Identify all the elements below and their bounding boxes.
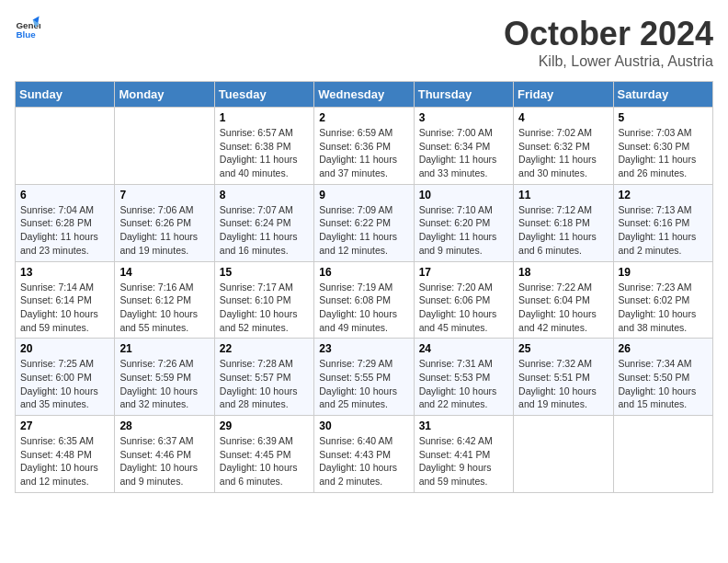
sunset-text: Sunset: 5:59 PM [119,371,209,385]
daylight-text: Daylight: 11 hours and 6 minutes. [518,230,608,257]
day-info: Sunrise: 6:57 AMSunset: 6:38 PMDaylight:… [220,126,309,180]
calendar-cell [613,416,712,493]
daylight-text: Daylight: 11 hours and 30 minutes. [518,153,608,179]
daylight-text: Daylight: 10 hours and 42 minutes. [518,307,608,334]
sunset-text: Sunset: 4:45 PM [220,448,309,462]
daylight-text: Daylight: 11 hours and 9 minutes. [419,230,508,257]
sunrise-text: Sunrise: 7:13 AM [619,203,708,217]
day-info: Sunrise: 6:59 AMSunset: 6:36 PMDaylight:… [319,126,408,180]
week-row-4: 20Sunrise: 7:25 AMSunset: 6:00 PMDayligh… [16,339,713,416]
calendar-cell: 31Sunrise: 6:42 AMSunset: 4:41 PMDayligh… [414,416,513,493]
logo-icon: General Blue [15,15,40,40]
calendar-cell: 2Sunrise: 6:59 AMSunset: 6:36 PMDaylight… [314,108,414,185]
daylight-text: Daylight: 10 hours and 28 minutes. [220,385,309,411]
sunset-text: Sunset: 6:14 PM [20,293,109,307]
calendar-cell: 5Sunrise: 7:03 AMSunset: 6:30 PMDaylight… [613,108,712,185]
calendar-cell: 21Sunrise: 7:26 AMSunset: 5:59 PMDayligh… [115,339,214,416]
week-row-1: 1Sunrise: 6:57 AMSunset: 6:38 PMDaylight… [16,108,713,185]
calendar-cell: 20Sunrise: 7:25 AMSunset: 6:00 PMDayligh… [16,339,115,416]
sunset-text: Sunset: 6:02 PM [619,293,708,307]
sunrise-text: Sunrise: 7:07 AM [220,203,309,217]
sunrise-text: Sunrise: 7:32 AM [518,357,608,371]
sunset-text: Sunset: 5:57 PM [220,371,309,385]
sunset-text: Sunset: 6:18 PM [518,216,608,230]
day-number: 13 [20,266,109,279]
daylight-text: Daylight: 10 hours and 9 minutes. [119,461,209,488]
day-number: 8 [220,189,309,201]
calendar-cell: 12Sunrise: 7:13 AMSunset: 6:16 PMDayligh… [613,184,712,261]
sunrise-text: Sunrise: 7:23 AM [619,281,708,294]
daylight-text: Daylight: 10 hours and 19 minutes. [518,385,608,411]
col-tuesday: Tuesday [214,82,313,108]
sunrise-text: Sunrise: 7:00 AM [419,126,508,140]
sunrise-text: Sunrise: 6:39 AM [220,434,309,448]
week-row-5: 27Sunrise: 6:35 AMSunset: 4:48 PMDayligh… [16,416,713,493]
daylight-text: Daylight: 11 hours and 12 minutes. [319,230,408,257]
sunset-text: Sunset: 6:30 PM [619,140,708,154]
sunrise-text: Sunrise: 7:02 AM [518,126,608,140]
daylight-text: Daylight: 10 hours and 6 minutes. [220,461,309,488]
daylight-text: Daylight: 10 hours and 22 minutes. [419,385,508,411]
day-info: Sunrise: 7:02 AMSunset: 6:32 PMDaylight:… [518,126,608,180]
sunset-text: Sunset: 6:16 PM [619,216,708,230]
calendar-cell: 29Sunrise: 6:39 AMSunset: 4:45 PMDayligh… [214,416,313,493]
col-saturday: Saturday [613,82,712,108]
location-subtitle: Kilb, Lower Austria, Austria [504,53,713,70]
sunrise-text: Sunrise: 7:06 AM [119,203,209,217]
daylight-text: Daylight: 10 hours and 49 minutes. [319,307,408,334]
day-number: 16 [319,266,408,279]
daylight-text: Daylight: 9 hours and 59 minutes. [419,461,508,488]
day-info: Sunrise: 7:07 AMSunset: 6:24 PMDaylight:… [220,203,309,258]
sunrise-text: Sunrise: 6:40 AM [319,434,408,448]
sunrise-text: Sunrise: 7:34 AM [619,357,708,371]
sunset-text: Sunset: 6:20 PM [419,216,508,230]
daylight-text: Daylight: 11 hours and 33 minutes. [419,153,508,179]
daylight-text: Daylight: 10 hours and 32 minutes. [119,385,209,411]
col-thursday: Thursday [414,82,513,108]
calendar-header-row: Sunday Monday Tuesday Wednesday Thursday… [16,82,713,108]
sunrise-text: Sunrise: 7:04 AM [20,203,109,217]
day-info: Sunrise: 7:28 AMSunset: 5:57 PMDaylight:… [220,357,309,411]
sunset-text: Sunset: 6:04 PM [518,293,608,307]
day-number: 24 [419,342,508,355]
daylight-text: Daylight: 10 hours and 59 minutes. [20,307,109,334]
day-number: 22 [220,342,309,355]
daylight-text: Daylight: 11 hours and 19 minutes. [119,230,209,257]
day-number: 5 [619,111,708,124]
calendar-cell: 27Sunrise: 6:35 AMSunset: 4:48 PMDayligh… [16,416,115,493]
calendar-cell: 10Sunrise: 7:10 AMSunset: 6:20 PMDayligh… [414,184,513,261]
sunrise-text: Sunrise: 7:26 AM [119,357,209,371]
day-number: 31 [419,419,508,432]
sunset-text: Sunset: 6:22 PM [319,216,408,230]
daylight-text: Daylight: 10 hours and 55 minutes. [119,307,209,334]
day-number: 11 [518,189,608,201]
daylight-text: Daylight: 11 hours and 23 minutes. [20,230,109,257]
calendar-cell [514,416,613,493]
day-number: 14 [119,266,209,279]
sunset-text: Sunset: 6:00 PM [20,371,109,385]
day-info: Sunrise: 7:31 AMSunset: 5:53 PMDaylight:… [419,357,508,411]
day-info: Sunrise: 7:25 AMSunset: 6:00 PMDaylight:… [20,357,109,411]
calendar-cell: 22Sunrise: 7:28 AMSunset: 5:57 PMDayligh… [214,339,313,416]
day-number: 19 [619,266,708,279]
day-number: 6 [20,189,109,201]
calendar-cell: 28Sunrise: 6:37 AMSunset: 4:46 PMDayligh… [115,416,214,493]
day-number: 18 [518,266,608,279]
calendar-cell: 24Sunrise: 7:31 AMSunset: 5:53 PMDayligh… [414,339,513,416]
calendar-cell: 11Sunrise: 7:12 AMSunset: 6:18 PMDayligh… [514,184,613,261]
day-info: Sunrise: 7:16 AMSunset: 6:12 PMDaylight:… [119,281,209,335]
calendar-cell: 16Sunrise: 7:19 AMSunset: 6:08 PMDayligh… [314,261,414,339]
sunrise-text: Sunrise: 7:12 AM [518,203,608,217]
daylight-text: Daylight: 11 hours and 40 minutes. [220,153,309,179]
sunrise-text: Sunrise: 7:03 AM [619,126,708,140]
day-number: 2 [319,111,408,124]
sunrise-text: Sunrise: 7:10 AM [419,203,508,217]
day-number: 29 [220,419,309,432]
col-monday: Monday [115,82,214,108]
day-number: 15 [220,266,309,279]
sunset-text: Sunset: 5:50 PM [619,371,708,385]
week-row-3: 13Sunrise: 7:14 AMSunset: 6:14 PMDayligh… [16,261,713,339]
day-number: 27 [20,419,109,432]
day-info: Sunrise: 7:34 AMSunset: 5:50 PMDaylight:… [619,357,708,411]
calendar-cell: 17Sunrise: 7:20 AMSunset: 6:06 PMDayligh… [414,261,513,339]
